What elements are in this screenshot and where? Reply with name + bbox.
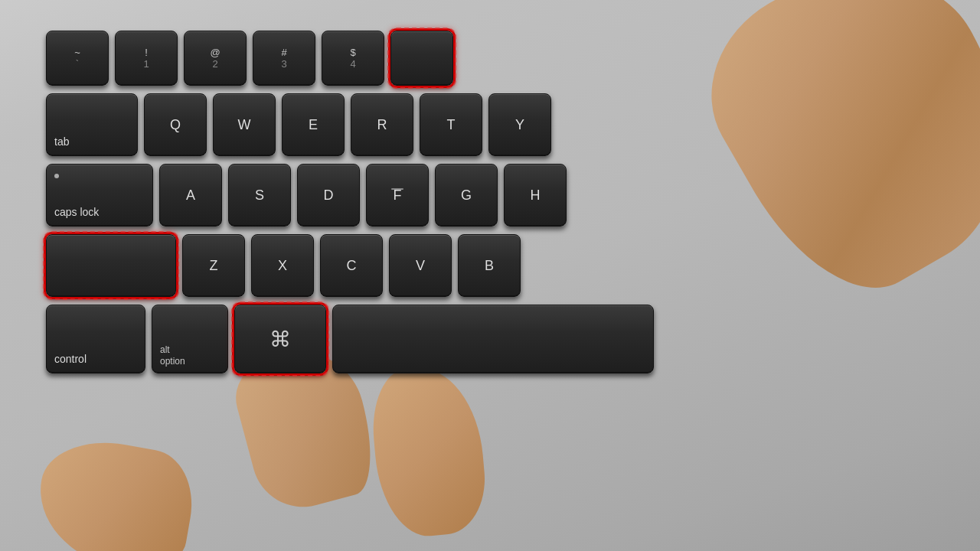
qwerty-row: tab Q W E R T Y (46, 93, 965, 156)
q-key[interactable]: Q (144, 93, 207, 156)
t-key[interactable]: T (420, 93, 482, 156)
b-key[interactable]: B (458, 234, 521, 297)
tab-key[interactable]: tab (46, 93, 138, 156)
key-2[interactable]: @ 2 (184, 31, 247, 86)
tilde-key[interactable]: ~ ` (46, 31, 109, 86)
v-label: V (416, 258, 425, 274)
control-key[interactable]: control (46, 305, 145, 373)
zxcv-row: Z X C V B (46, 234, 965, 297)
key-4[interactable]: $ 4 (322, 31, 384, 86)
tab-label: tab (54, 135, 69, 148)
t-label: T (447, 117, 456, 133)
key-2-top: @ (210, 47, 220, 57)
command-symbol: ⌘ (270, 327, 291, 352)
c-key[interactable]: C (320, 234, 383, 297)
key-4-top: $ (350, 47, 355, 57)
y-key[interactable]: Y (488, 93, 551, 156)
c-label: C (347, 258, 357, 274)
shift-key[interactable] (46, 234, 176, 297)
d-key[interactable]: D (297, 164, 360, 227)
e-key[interactable]: E (282, 93, 345, 156)
tilde-bottom: ` (76, 59, 79, 69)
key-1[interactable]: ! 1 (115, 31, 178, 86)
key-5[interactable] (390, 31, 453, 86)
key-3[interactable]: # 3 (253, 31, 315, 86)
h-label: H (531, 187, 541, 204)
b-label: B (485, 258, 494, 274)
asdf-row: caps lock A S D F G H (46, 164, 965, 227)
x-label: X (278, 258, 287, 274)
q-label: Q (170, 117, 181, 133)
g-label: G (461, 187, 472, 204)
e-label: E (309, 117, 318, 133)
caps-lock-led (54, 174, 59, 178)
v-key[interactable]: V (389, 234, 452, 297)
key-3-bottom: 3 (281, 59, 286, 69)
modifier-row: control alt option ⌘ (46, 305, 965, 373)
option-label: option (160, 356, 185, 367)
r-label: R (377, 117, 387, 133)
f-label: F (394, 187, 402, 204)
r-key[interactable]: R (351, 93, 413, 156)
f-key[interactable]: F (366, 164, 429, 227)
space-key[interactable] (332, 305, 654, 373)
s-label: S (255, 187, 264, 204)
key-4-bottom: 4 (350, 59, 355, 69)
w-key[interactable]: W (213, 93, 276, 156)
alt-label: alt (160, 344, 170, 355)
key-grid: ~ ` ! 1 @ 2 # 3 $ 4 (46, 8, 965, 381)
x-key[interactable]: X (251, 234, 314, 297)
command-key[interactable]: ⌘ (234, 305, 326, 373)
a-label: A (186, 187, 195, 204)
h-key[interactable]: H (504, 164, 567, 227)
y-label: Y (515, 117, 524, 133)
d-label: D (324, 187, 334, 204)
key-1-top: ! (145, 47, 148, 57)
key-1-bottom: 1 (143, 59, 149, 69)
s-key[interactable]: S (228, 164, 291, 227)
a-key[interactable]: A (159, 164, 222, 227)
tilde-top: ~ (74, 47, 80, 57)
control-label: control (54, 353, 87, 365)
option-key[interactable]: alt option (152, 305, 228, 373)
key-3-top: # (281, 47, 286, 57)
key-2-bottom: 2 (212, 59, 217, 69)
number-row: ~ ` ! 1 @ 2 # 3 $ 4 (46, 31, 965, 86)
z-key[interactable]: Z (182, 234, 245, 297)
w-label: W (238, 117, 251, 133)
z-label: Z (210, 258, 218, 274)
caps-lock-key[interactable]: caps lock (46, 164, 153, 227)
keyboard-scene: ~ ` ! 1 @ 2 # 3 $ 4 (0, 0, 980, 551)
g-key[interactable]: G (435, 164, 498, 227)
caps-lock-label: caps lock (54, 206, 99, 218)
